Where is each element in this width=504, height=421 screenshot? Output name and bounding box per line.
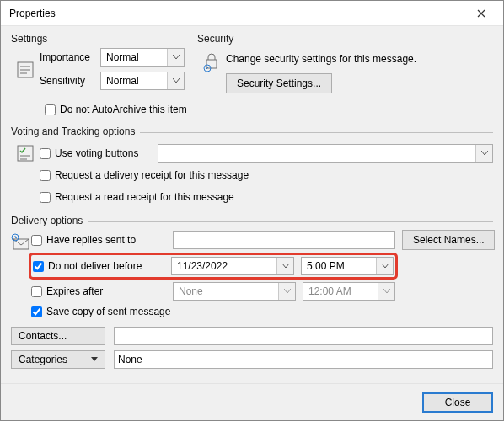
importance-select[interactable]: Normal <box>100 48 185 67</box>
save-copy-checkbox[interactable]: Save copy of sent message <box>31 306 170 317</box>
categories-button[interactable]: Categories <box>11 350 105 369</box>
properties-icon <box>16 61 35 82</box>
security-settings-button[interactable]: Security Settings... <box>226 73 332 93</box>
delivery-icon <box>11 233 31 254</box>
security-group: Security <box>197 33 493 120</box>
voting-group-label: Voting and Tracking options <box>11 125 140 137</box>
padlock-icon <box>202 51 221 74</box>
title-bar: Properties <box>1 1 503 26</box>
expires-time-select[interactable]: 12:00 AM <box>303 282 395 301</box>
categories-field[interactable]: None <box>114 350 493 369</box>
voting-group: Voting and Tracking options <box>11 125 493 210</box>
svg-rect-7 <box>18 146 33 161</box>
read-receipt-checkbox[interactable]: Request a read receipt for this message <box>40 191 234 203</box>
properties-dialog: Properties Settings <box>0 0 504 421</box>
select-names-button[interactable]: Select Names... <box>402 230 495 250</box>
sensitivity-label: Sensitivity <box>40 75 100 87</box>
security-group-label: Security <box>197 33 239 45</box>
security-desc: Change security settings for this messag… <box>226 53 416 65</box>
caret-down-icon <box>91 357 98 362</box>
chevron-down-icon <box>475 145 492 162</box>
delivery-group: Delivery options <box>11 215 493 320</box>
contacts-field[interactable] <box>114 327 493 345</box>
delivery-receipt-checkbox[interactable]: Request a delivery receipt for this mess… <box>40 169 249 181</box>
voting-buttons-select[interactable] <box>158 144 493 163</box>
dialog-button-bar: Close <box>1 383 503 420</box>
settings-group: Settings Import <box>11 33 189 120</box>
contacts-button[interactable]: Contacts... <box>11 327 105 345</box>
autoarchive-checkbox[interactable]: Do not AutoArchive this item <box>45 104 187 115</box>
importance-label: Importance <box>40 51 100 63</box>
delivery-group-label: Delivery options <box>11 215 88 226</box>
checklist-icon <box>16 144 35 165</box>
chevron-down-icon <box>276 258 293 274</box>
have-replies-field[interactable] <box>173 231 395 249</box>
chevron-down-icon <box>376 258 393 274</box>
close-icon[interactable] <box>464 2 498 25</box>
chevron-down-icon <box>278 283 295 300</box>
do-not-deliver-date-select[interactable]: 11/23/2022 <box>171 257 294 275</box>
have-replies-checkbox[interactable]: Have replies sent to <box>31 234 166 246</box>
expires-date-select[interactable]: None <box>173 282 296 301</box>
close-button[interactable]: Close <box>422 392 493 413</box>
do-not-deliver-checkbox[interactable]: Do not deliver before <box>33 260 164 272</box>
do-not-deliver-time-select[interactable]: 5:00 PM <box>301 257 394 275</box>
settings-group-label: Settings <box>11 33 52 45</box>
expires-after-checkbox[interactable]: Expires after <box>31 285 166 297</box>
svg-line-13 <box>15 237 17 238</box>
sensitivity-select[interactable]: Normal <box>100 72 185 90</box>
chevron-down-icon <box>167 49 184 66</box>
dialog-title: Properties <box>9 8 464 19</box>
use-voting-checkbox[interactable]: Use voting buttons <box>40 147 158 159</box>
chevron-down-icon <box>167 72 184 89</box>
chevron-down-icon <box>378 283 394 300</box>
dialog-content: Settings Import <box>1 26 503 383</box>
